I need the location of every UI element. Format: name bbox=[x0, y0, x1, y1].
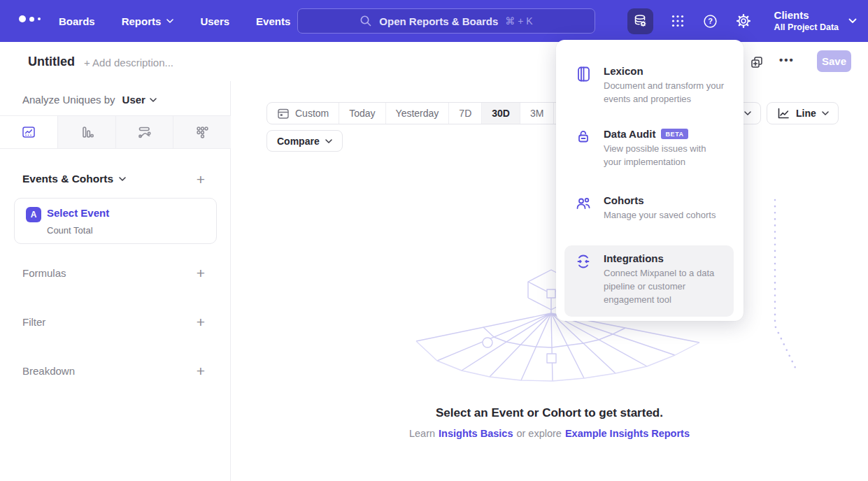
nav-links: Boards Reports Users Events bbox=[59, 0, 290, 42]
nav-item-label: Events bbox=[256, 15, 290, 27]
nav-item-users[interactable]: Users bbox=[200, 15, 229, 27]
chevron-down-icon bbox=[325, 139, 332, 143]
compare-button[interactable]: Compare bbox=[266, 130, 343, 152]
flows-tab-icon bbox=[136, 124, 152, 140]
count-total-selector[interactable]: Count Total bbox=[47, 225, 93, 236]
events-cohorts-label: Events & Cohorts bbox=[22, 173, 113, 185]
app-window: Boards Reports Users Events Open Reports… bbox=[0, 0, 868, 481]
date-range-3m[interactable]: 3M bbox=[520, 103, 553, 124]
insights-basics-link[interactable]: Insights Basics bbox=[439, 428, 513, 439]
metric-tab-icon bbox=[194, 124, 210, 140]
date-range-yesterday[interactable]: Yesterday bbox=[385, 103, 449, 124]
date-range-label: Custom bbox=[295, 108, 329, 119]
example-reports-link[interactable]: Example Insights Reports bbox=[565, 428, 690, 439]
database-gear-icon bbox=[632, 13, 648, 29]
events-cohorts-heading[interactable]: Events & Cohorts bbox=[22, 173, 126, 185]
menu-item-integrations[interactable]: Integrations Connect Mixpanel to a data … bbox=[564, 245, 734, 317]
chart-type-tabs bbox=[0, 115, 231, 149]
project-info: Clients All Project Data bbox=[774, 9, 839, 33]
beta-badge: BETA bbox=[661, 129, 688, 139]
chevron-down-icon bbox=[848, 18, 857, 24]
menu-item-title: Lexicon bbox=[604, 65, 643, 77]
event-card[interactable]: A Select Event Count Total bbox=[14, 198, 217, 244]
gear-icon bbox=[735, 13, 752, 29]
menu-item-description: Connect Mixpanel to a data pipeline or c… bbox=[604, 267, 725, 307]
line-chart-icon bbox=[776, 106, 790, 120]
date-range-control: Custom Today Yesterday 7D 30D 3M 6M bbox=[266, 102, 588, 124]
menu-item-description: Document and transform your events and p… bbox=[604, 80, 725, 106]
tab-flows-chart[interactable] bbox=[115, 116, 173, 148]
bar-chart-tab-icon bbox=[79, 124, 94, 140]
project-scope: All Project Data bbox=[774, 22, 839, 34]
line-chart-tab-icon bbox=[21, 124, 36, 140]
explore-text: or explore bbox=[516, 428, 561, 439]
menu-item-lexicon[interactable]: Lexicon Document and transform your even… bbox=[564, 58, 734, 113]
compare-label: Compare bbox=[277, 136, 320, 147]
mixpanel-logo-icon[interactable] bbox=[19, 15, 41, 22]
empty-state-title: Select an Event or Cohort to get started… bbox=[231, 406, 868, 420]
chevron-down-icon bbox=[150, 98, 157, 102]
menu-item-cohorts[interactable]: Cohorts Manage your saved cohorts bbox=[564, 187, 734, 229]
date-range-custom[interactable]: Custom bbox=[267, 103, 339, 124]
nav-item-label: Boards bbox=[59, 15, 95, 27]
report-title[interactable]: Untitled bbox=[28, 55, 75, 69]
integrations-icon bbox=[574, 252, 592, 271]
calendar-icon bbox=[277, 107, 290, 120]
nav-item-label: Reports bbox=[122, 15, 162, 27]
data-audit-icon bbox=[574, 128, 592, 146]
project-name: Clients bbox=[774, 9, 839, 22]
save-button[interactable]: Save bbox=[817, 50, 851, 72]
menu-item-title: Integrations bbox=[604, 252, 664, 264]
duplicate-button[interactable] bbox=[750, 55, 764, 69]
tab-bar-chart[interactable] bbox=[57, 116, 115, 148]
date-range-today[interactable]: Today bbox=[339, 103, 385, 124]
nav-right-icons: ? Clients All Project Data bbox=[627, 0, 857, 42]
nav-item-label: Users bbox=[200, 15, 229, 27]
analyze-label: Analyze Uniques by bbox=[22, 94, 115, 106]
lexicon-icon bbox=[574, 65, 592, 83]
analyze-value: User bbox=[122, 94, 145, 106]
add-filter-button[interactable]: + bbox=[197, 315, 205, 329]
date-range-label: 30D bbox=[492, 108, 510, 119]
tab-line-chart[interactable] bbox=[0, 116, 57, 148]
add-formula-button[interactable]: + bbox=[197, 266, 205, 280]
select-event-button[interactable]: Select Event bbox=[47, 207, 109, 219]
search-shortcut: ⌘ + K bbox=[505, 15, 532, 27]
menu-item-data-audit[interactable]: Data Audit BETA View possible issues wit… bbox=[564, 121, 734, 176]
settings-button[interactable] bbox=[735, 13, 752, 29]
date-range-label: Today bbox=[349, 108, 375, 119]
add-event-button[interactable]: + bbox=[197, 172, 205, 187]
add-description-field[interactable]: + Add description... bbox=[84, 57, 173, 69]
analyze-uniques-selector[interactable]: Analyze Uniques by User bbox=[22, 94, 157, 106]
filter-label: Filter bbox=[22, 316, 45, 328]
apps-grid-button[interactable] bbox=[670, 13, 685, 29]
breakdown-label: Breakdown bbox=[22, 365, 75, 377]
empty-state-links: Learn Insights Basics or explore Example… bbox=[231, 428, 868, 439]
cohorts-icon bbox=[574, 194, 592, 213]
menu-item-title: Data Audit bbox=[604, 128, 655, 140]
help-button[interactable]: ? bbox=[702, 13, 718, 29]
dotted-line-illustration bbox=[762, 194, 811, 376]
query-sidebar: Analyze Uniques by User bbox=[0, 81, 231, 481]
nav-item-reports[interactable]: Reports bbox=[122, 15, 174, 27]
menu-item-description: Manage your saved cohorts bbox=[604, 209, 725, 222]
nav-item-events[interactable]: Events bbox=[256, 15, 290, 27]
add-breakdown-button[interactable]: + bbox=[197, 364, 205, 378]
date-range-7d[interactable]: 7D bbox=[448, 103, 481, 124]
top-nav: Boards Reports Users Events Open Reports… bbox=[0, 0, 868, 42]
project-selector[interactable]: Clients All Project Data bbox=[769, 9, 857, 33]
event-badge: A bbox=[26, 207, 41, 222]
search-input[interactable]: Open Reports & Boards ⌘ + K bbox=[297, 8, 595, 34]
chart-type-dropdown[interactable]: Line bbox=[767, 102, 839, 124]
data-management-menu: Lexicon Document and transform your even… bbox=[556, 40, 744, 321]
learn-prefix: Learn bbox=[409, 428, 435, 439]
search-icon bbox=[360, 15, 372, 27]
data-management-button[interactable] bbox=[627, 8, 653, 34]
date-range-30d[interactable]: 30D bbox=[481, 103, 520, 124]
apps-grid-icon bbox=[670, 13, 685, 29]
nav-item-boards[interactable]: Boards bbox=[59, 15, 95, 27]
more-options-button[interactable]: ••• bbox=[779, 54, 795, 66]
help-icon: ? bbox=[702, 13, 718, 29]
menu-item-description: View possible issues with your implement… bbox=[604, 143, 725, 169]
tab-metric-chart[interactable] bbox=[173, 116, 231, 148]
